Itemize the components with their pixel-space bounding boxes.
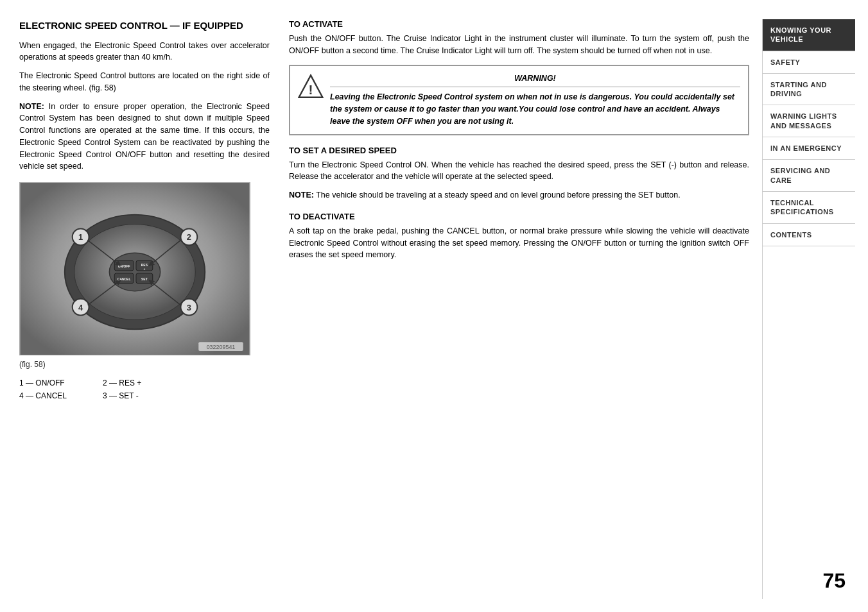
warning-box: ! WARNING! Leaving the Electronic Speed … — [289, 65, 749, 135]
fig-caption: (fig. 58) — [19, 359, 270, 370]
svg-text:3: 3 — [187, 303, 191, 312]
sidebar-item-servicing[interactable]: SERVICING AND CARE — [763, 160, 855, 192]
note-paragraph: NOTE: In order to ensure proper operatio… — [19, 101, 270, 173]
note-set-label: NOTE: — [289, 191, 314, 200]
sidebar-item-knowing-label: KNOWING YOUR VEHICLE — [770, 26, 831, 43]
figure-container: ON/OFF RES + CANCEL SET 1 2 — [19, 182, 250, 355]
sidebar: KNOWING YOUR VEHICLE SAFETY STARTING AND… — [762, 19, 855, 599]
warning-text-content: WARNING! Leaving the Electronic Speed Co… — [330, 72, 740, 128]
svg-text:4: 4 — [78, 303, 83, 312]
legend-table: 1 — ON/OFF 2 — RES + 4 — CANCEL 3 — SET … — [19, 377, 270, 403]
svg-text:032209541: 032209541 — [207, 344, 236, 350]
left-column: ELECTRONIC SPEED CONTROL — IF EQUIPPED W… — [19, 19, 270, 599]
page-title: ELECTRONIC SPEED CONTROL — IF EQUIPPED — [19, 19, 270, 32]
warning-icon: ! — [298, 72, 324, 101]
heading-to-set-speed: TO SET A DESIRED SPEED — [289, 146, 749, 155]
sidebar-item-servicing-label: SERVICING AND CARE — [770, 167, 830, 183]
text-to-deactivate: A soft tap on the brake pedal, pushing t… — [289, 225, 749, 261]
svg-text:CANCEL: CANCEL — [117, 278, 131, 281]
warning-title: WARNING! — [330, 72, 740, 88]
svg-text:ON/OFF: ON/OFF — [118, 265, 130, 268]
heading-to-activate: TO ACTIVATE — [289, 19, 749, 29]
svg-point-3 — [109, 253, 160, 291]
svg-text:+: + — [143, 268, 145, 271]
legend-item-3: 3 — SET - — [103, 389, 167, 402]
sidebar-item-safety[interactable]: SAFETY — [763, 51, 855, 74]
svg-text:1: 1 — [78, 232, 83, 242]
heading-to-deactivate: TO DEACTIVATE — [289, 212, 749, 221]
sidebar-item-warning-lights-label: WARNING LIGHTS AND MESSAGES — [770, 112, 837, 129]
paragraph-1: When engaged, the Electronic Speed Contr… — [19, 40, 270, 64]
svg-text:SET: SET — [141, 278, 148, 281]
legend-item-1: 1 — ON/OFF — [19, 377, 83, 389]
sidebar-item-emergency[interactable]: IN AN EMERGENCY — [763, 137, 855, 160]
sidebar-item-technical[interactable]: TECHNICAL SPECIFICATIONS — [763, 192, 855, 224]
warning-body: Leaving the Electronic Speed Control sys… — [330, 92, 734, 126]
note-set-text: The vehicle should be traveling at a ste… — [314, 191, 681, 200]
legend-row-2: 4 — CANCEL 3 — SET - — [19, 389, 270, 402]
legend-item-4: 4 — CANCEL — [19, 389, 83, 402]
steering-wheel-diagram: ON/OFF RES + CANCEL SET 1 2 — [20, 183, 250, 355]
svg-text:!: ! — [309, 82, 313, 97]
legend-item-2: 2 — RES + — [103, 377, 167, 389]
sidebar-item-technical-label: TECHNICAL SPECIFICATIONS — [770, 199, 833, 216]
main-content: ELECTRONIC SPEED CONTROL — IF EQUIPPED W… — [0, 0, 868, 612]
note-set-paragraph: NOTE: The vehicle should be traveling at… — [289, 189, 749, 201]
sidebar-item-contents[interactable]: CONTENTS — [763, 224, 855, 246]
svg-text:2: 2 — [187, 232, 191, 242]
sidebar-item-emergency-label: IN AN EMERGENCY — [770, 144, 842, 152]
sidebar-item-starting[interactable]: STARTING AND DRIVING — [763, 74, 855, 106]
text-to-set-speed: Turn the Electronic Speed Control ON. Wh… — [289, 159, 749, 183]
svg-text:RES: RES — [141, 264, 148, 267]
paragraph-2: The Electronic Speed Control buttons are… — [19, 70, 270, 94]
sidebar-item-contents-label: CONTENTS — [770, 231, 812, 239]
sidebar-item-starting-label: STARTING AND DRIVING — [770, 81, 827, 98]
legend-row-1: 1 — ON/OFF 2 — RES + — [19, 377, 270, 389]
note-text: In order to ensure proper operation, the… — [19, 102, 270, 171]
sidebar-item-safety-label: SAFETY — [770, 58, 800, 66]
note-label: NOTE: — [19, 102, 44, 111]
page-number: 75 — [763, 563, 855, 599]
right-column: TO ACTIVATE Push the ON/OFF button. The … — [282, 19, 749, 599]
text-to-activate: Push the ON/OFF button. The Cruise Indic… — [289, 33, 749, 57]
sidebar-item-warning-lights[interactable]: WARNING LIGHTS AND MESSAGES — [763, 105, 855, 137]
sidebar-item-knowing[interactable]: KNOWING YOUR VEHICLE — [763, 19, 855, 51]
